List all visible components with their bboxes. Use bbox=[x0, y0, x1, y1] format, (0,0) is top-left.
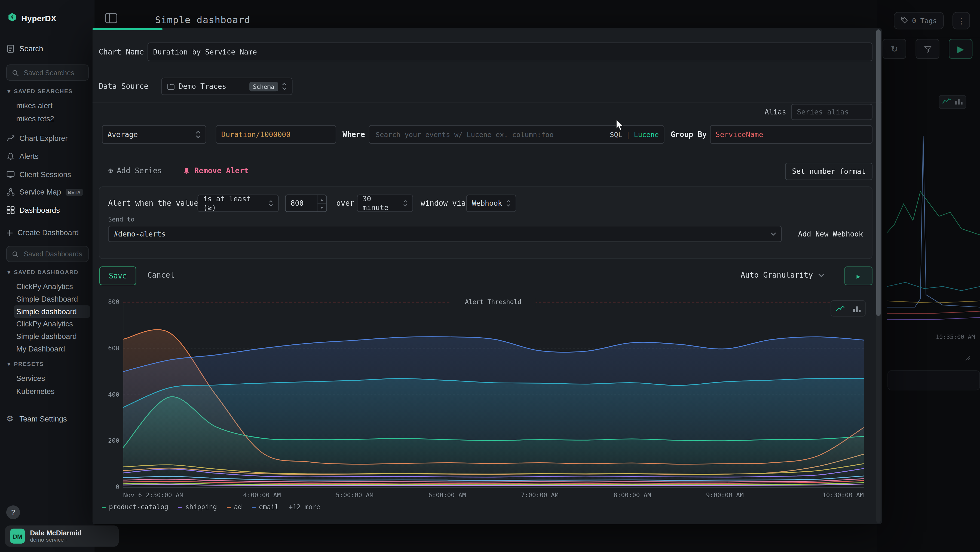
alias-input[interactable] bbox=[791, 104, 872, 120]
set-number-format-button[interactable]: Set number format bbox=[785, 163, 872, 180]
legend-item[interactable]: +12 more bbox=[289, 503, 320, 511]
preset-item[interactable]: Kubernetes bbox=[14, 385, 90, 398]
scrollbar-thumb[interactable] bbox=[876, 29, 881, 316]
section-label: SAVED DASHBOARD bbox=[14, 269, 78, 275]
bar-chart-icon[interactable] bbox=[849, 302, 864, 315]
chevron-updown-icon bbox=[506, 199, 511, 207]
schema-badge[interactable]: Schema bbox=[249, 82, 278, 91]
granularity-select[interactable]: Auto Granularity bbox=[735, 266, 838, 285]
chart-name-label: Chart Name bbox=[99, 48, 148, 56]
sidebar-item-search[interactable]: Search bbox=[6, 42, 89, 56]
stepper-up-icon[interactable]: ▲ bbox=[317, 195, 326, 204]
svg-text:Nov 6 2:30:00 AM: Nov 6 2:30:00 AM bbox=[123, 491, 183, 499]
sidebar-item-chart-explorer[interactable]: Chart Explorer bbox=[6, 131, 89, 145]
dashboard-item[interactable]: ClickPy Analytics bbox=[14, 318, 90, 330]
save-button[interactable]: Save bbox=[99, 266, 136, 285]
background-chart-type-toggle[interactable] bbox=[939, 95, 966, 109]
legend-item[interactable]: —shipping bbox=[178, 503, 217, 511]
saved-search-item[interactable]: mikes alert bbox=[14, 99, 90, 112]
collapsed-panel[interactable] bbox=[888, 370, 980, 390]
saved-search-item[interactable]: mikes tets2 bbox=[14, 113, 90, 125]
lucene-toggle[interactable]: Lucene bbox=[634, 131, 659, 139]
add-new-webhook-link[interactable]: Add New Webhook bbox=[798, 226, 863, 242]
remove-alert-button[interactable]: Remove Alert bbox=[182, 161, 248, 180]
dashboard-item[interactable]: ClickPy Analytics bbox=[14, 280, 90, 293]
saved-dashboards-input[interactable] bbox=[22, 250, 83, 258]
saved-searches-search[interactable] bbox=[6, 64, 89, 81]
saved-searches-input[interactable] bbox=[22, 68, 83, 77]
svg-text:6:00:00 AM: 6:00:00 AM bbox=[428, 491, 466, 499]
chevron-updown-icon bbox=[282, 82, 286, 91]
duration-chart[interactable]: Alert Threshold0200400600800Nov 6 2:30:0… bbox=[99, 294, 874, 501]
aggregation-select[interactable]: Average bbox=[102, 125, 206, 144]
legend-item[interactable]: —email bbox=[252, 503, 279, 511]
webhook-select[interactable]: #demo-alerts bbox=[108, 226, 782, 242]
legend-item[interactable]: —ad bbox=[227, 503, 242, 511]
alert-window-select[interactable]: 30 minute bbox=[357, 195, 413, 212]
data-source-value: Demo Traces bbox=[179, 82, 245, 91]
chevron-down-icon: ▾ bbox=[8, 361, 11, 367]
help-button[interactable]: ? bbox=[6, 506, 20, 519]
data-source-select[interactable]: Demo Traces Schema bbox=[161, 78, 293, 95]
svg-text:9:00:00 AM: 9:00:00 AM bbox=[706, 491, 744, 499]
chart-area[interactable]: Alert Threshold0200400600800Nov 6 2:30:0… bbox=[99, 294, 874, 517]
dashboard-item[interactable]: Simple dashboard bbox=[14, 330, 90, 343]
sidebar-item-label: Chart Explorer bbox=[19, 134, 68, 142]
sidebar-item-dashboards[interactable]: Dashboards bbox=[6, 203, 89, 217]
section-presets[interactable]: ▾ PRESETS bbox=[8, 361, 44, 367]
modal-scrollbar[interactable] bbox=[876, 29, 881, 523]
line-chart-icon[interactable] bbox=[942, 97, 951, 107]
chart-type-toggle[interactable] bbox=[830, 300, 865, 317]
sidebar-item-team-settings[interactable]: ⚙ Team Settings bbox=[6, 412, 89, 426]
where-search-box[interactable]: SQL | Lucene bbox=[369, 125, 665, 144]
dashboard-item-active[interactable]: Simple dashboard bbox=[14, 305, 90, 318]
add-series-button[interactable]: ⊕ Add Series bbox=[108, 161, 162, 180]
create-dashboard-button[interactable]: Create Dashboard bbox=[6, 226, 89, 240]
field-expression-input[interactable] bbox=[216, 125, 336, 144]
sidebar-item-alerts[interactable]: Alerts bbox=[6, 150, 89, 163]
dashboard-item[interactable]: My Dashboard bbox=[14, 343, 90, 355]
chart-explorer-icon bbox=[6, 134, 15, 142]
sql-toggle[interactable]: SQL bbox=[610, 131, 622, 139]
resize-handle-icon[interactable] bbox=[965, 354, 971, 363]
brand-name: HyperDX bbox=[21, 13, 56, 22]
alert-condition-select[interactable]: is at least (≥) bbox=[197, 195, 279, 212]
gear-icon: ⚙ bbox=[6, 415, 15, 423]
magnifier-icon bbox=[12, 69, 19, 76]
group-by-input[interactable] bbox=[710, 125, 872, 144]
alert-threshold-value[interactable] bbox=[286, 199, 315, 207]
where-label: Where bbox=[342, 125, 365, 144]
saved-dashboards-search[interactable] bbox=[6, 246, 89, 262]
legend-dash-icon: — bbox=[102, 503, 106, 511]
alert-channel-value: Webhook bbox=[472, 199, 502, 207]
aggregation-value: Average bbox=[108, 130, 192, 139]
svg-text:4:00:00 AM: 4:00:00 AM bbox=[243, 491, 281, 499]
alert-threshold-input[interactable]: ▲▼ bbox=[285, 195, 327, 212]
legend-label: shipping bbox=[185, 503, 217, 511]
svg-text:800: 800 bbox=[108, 298, 119, 305]
background-time-label: 10:35:00 AM bbox=[919, 333, 975, 340]
chart-name-input[interactable] bbox=[148, 43, 872, 61]
svg-text:7:00:00 AM: 7:00:00 AM bbox=[521, 491, 558, 499]
brand[interactable]: HyperDX bbox=[8, 13, 57, 24]
user-menu[interactable]: DM Dale McDiarmid demo-service - bbox=[5, 526, 119, 547]
number-stepper[interactable]: ▲▼ bbox=[317, 195, 326, 211]
legend-item[interactable]: —product-catalog bbox=[102, 503, 168, 511]
where-search-input[interactable] bbox=[374, 130, 606, 139]
preview-run-button[interactable]: ▶ bbox=[845, 266, 872, 285]
cancel-button[interactable]: Cancel bbox=[148, 266, 175, 285]
bar-chart-icon[interactable] bbox=[954, 97, 963, 107]
alert-channel-select[interactable]: Webhook bbox=[466, 195, 516, 212]
collapse-sidebar-icon[interactable] bbox=[105, 13, 118, 24]
svg-text:10:30:00 AM: 10:30:00 AM bbox=[822, 491, 864, 499]
legend-dash-icon: — bbox=[227, 503, 231, 511]
sidebar-item-client-sessions[interactable]: Client Sessions bbox=[6, 168, 89, 182]
dashboard-item[interactable]: Simple Dashboard bbox=[14, 293, 90, 305]
section-saved-searches[interactable]: ▾ SAVED SEARCHES bbox=[8, 88, 73, 94]
sidebar-item-service-map[interactable]: Service Map BETA bbox=[6, 185, 89, 199]
preset-item[interactable]: Services bbox=[14, 372, 90, 385]
section-saved-dashboards[interactable]: ▾ SAVED DASHBOARD bbox=[8, 269, 79, 275]
circle-plus-icon: ⊕ bbox=[108, 161, 113, 180]
stepper-down-icon[interactable]: ▼ bbox=[317, 204, 326, 211]
line-chart-icon[interactable] bbox=[832, 302, 848, 315]
